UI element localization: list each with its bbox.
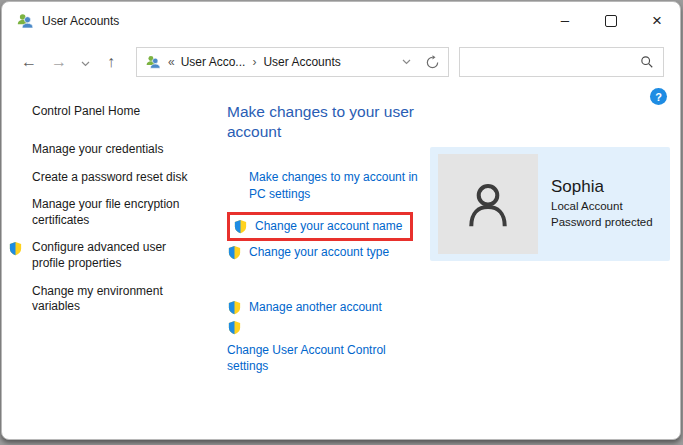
account-type-label: Local Account <box>551 199 653 215</box>
task-row: Change User Account Control settings <box>227 316 467 375</box>
help-button[interactable]: ? <box>650 88 667 105</box>
link-change-uac-settings[interactable]: Change User Account Control settings <box>227 342 402 375</box>
address-dropdown-chevron-icon[interactable] <box>402 59 411 65</box>
maximize-button[interactable] <box>588 2 634 40</box>
address-bar[interactable]: « User Acco... › User Accounts <box>136 47 449 77</box>
link-pc-settings[interactable]: Make changes to my account in PC setting… <box>249 169 424 202</box>
search-box[interactable] <box>459 47 664 77</box>
password-status-label: Password protected <box>551 215 653 231</box>
sidebar-item-advanced-user-profile[interactable]: Configure advanced user profile properti… <box>32 240 200 271</box>
sidebar-item-file-encryption-certificates[interactable]: Manage your file encryption certificates <box>32 197 200 228</box>
sidebar-item-control-panel-home[interactable]: Control Panel Home <box>32 104 222 118</box>
avatar <box>438 154 538 254</box>
link-change-account-name[interactable]: Change your account name <box>255 218 402 235</box>
minimize-button[interactable]: – <box>542 1 588 38</box>
user-accounts-icon <box>16 12 34 30</box>
title-bar: User Accounts – × <box>2 2 680 40</box>
highlight-annotation-box: Change your account name <box>227 212 413 241</box>
uac-shield-icon <box>8 241 23 256</box>
sidebar-item-manage-credentials[interactable]: Manage your credentials <box>32 142 200 158</box>
link-change-account-type[interactable]: Change your account type <box>249 244 389 261</box>
up-button[interactable]: ↑ <box>96 53 126 71</box>
sidebar: Control Panel Home Manage your credentia… <box>2 84 222 327</box>
user-name: Sophia <box>551 177 653 197</box>
window-title: User Accounts <box>42 14 119 28</box>
sidebar-item-password-reset-disk[interactable]: Create a password reset disk <box>32 170 200 186</box>
breadcrumb-separator-icon: › <box>252 55 256 69</box>
close-button[interactable]: × <box>634 2 680 40</box>
person-icon <box>457 173 519 235</box>
breadcrumb-root[interactable]: User Acco... <box>181 55 246 69</box>
search-input[interactable] <box>469 47 640 77</box>
breadcrumb-current[interactable]: User Accounts <box>263 55 340 69</box>
sidebar-item-environment-variables[interactable]: Change my environment variables <box>32 284 200 315</box>
content-area: ? Control Panel Home Manage your credent… <box>2 84 680 440</box>
sidebar-item-label: Configure advanced user profile properti… <box>32 240 166 270</box>
uac-shield-icon <box>227 300 242 315</box>
forward-button[interactable]: → <box>44 53 74 71</box>
refresh-icon[interactable] <box>425 55 440 70</box>
back-button[interactable]: ← <box>14 53 44 71</box>
recent-locations-chevron-icon[interactable] <box>74 53 96 71</box>
uac-shield-icon <box>227 320 242 335</box>
page-title: Make changes to your user account <box>227 102 467 142</box>
task-row: Manage another account <box>227 299 467 316</box>
search-icon[interactable] <box>640 55 654 69</box>
user-accounts-icon <box>145 54 161 70</box>
uac-shield-icon <box>233 219 248 234</box>
maximize-icon <box>605 15 617 27</box>
uac-shield-icon <box>227 245 242 260</box>
user-accounts-window: User Accounts – × ← → ↑ « User Acco... ›… <box>1 1 681 440</box>
user-info-panel: Sophia Local Account Password protected <box>430 147 670 261</box>
link-manage-another-account[interactable]: Manage another account <box>249 299 382 316</box>
breadcrumb-collapsed-indicator[interactable]: « <box>168 55 175 69</box>
navigation-bar: ← → ↑ « User Acco... › User Accounts <box>2 40 680 84</box>
